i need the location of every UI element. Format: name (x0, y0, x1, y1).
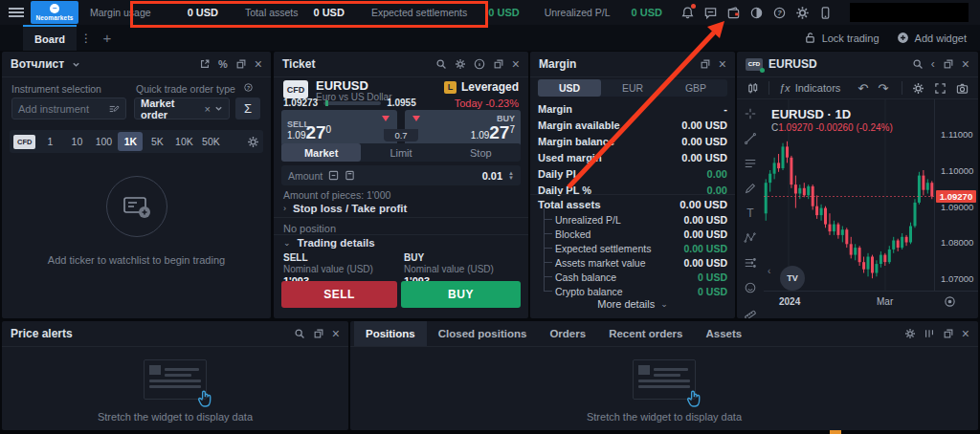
crosshair-tool-icon[interactable] (744, 107, 757, 120)
tab-orders[interactable]: Orders (538, 321, 597, 346)
trading-details-section[interactable]: ⌄Trading details (283, 237, 375, 249)
tab-eur[interactable]: EUR (601, 79, 664, 97)
close-icon[interactable]: × (719, 58, 726, 70)
leveraged-flag: L Leveraged (444, 80, 519, 94)
tab-assets[interactable]: Assets (694, 321, 753, 346)
watchlist-header: Вотчлист % × (2, 52, 271, 76)
add-board-button[interactable]: + (96, 30, 119, 46)
theme-contrast-icon[interactable] (745, 4, 768, 21)
edit-list-icon[interactable] (108, 103, 120, 115)
search-icon[interactable] (912, 58, 924, 70)
measure-tool-icon[interactable] (744, 306, 757, 318)
tab-gbp[interactable]: GBP (664, 79, 727, 97)
scroll-to-realtime-icon[interactable] (944, 295, 956, 308)
quantity-settings-gear-icon[interactable] (247, 136, 259, 148)
tab-limit[interactable]: Limit (361, 143, 440, 162)
notifications-bell-icon[interactable] (676, 4, 699, 21)
settings-gear-icon[interactable] (791, 4, 813, 21)
amount-value[interactable]: 0.01 (482, 170, 502, 182)
gear-icon[interactable] (904, 328, 916, 339)
fullscreen-icon[interactable] (934, 82, 947, 95)
tab-recent-orders[interactable]: Recent orders (597, 321, 694, 346)
close-icon[interactable]: × (512, 58, 520, 70)
cfd-badge: CFD (13, 135, 35, 149)
camera-snapshot-icon[interactable] (956, 82, 969, 95)
maximize-icon[interactable] (313, 328, 324, 339)
maximize-icon[interactable] (943, 328, 954, 339)
percent-icon[interactable]: % (218, 58, 228, 70)
mobile-app-icon[interactable] (813, 4, 836, 21)
sell-quote-box[interactable]: SELL 1.09270 (281, 110, 397, 146)
info-icon[interactable] (474, 58, 485, 70)
gear-icon[interactable] (455, 58, 466, 70)
lines-tool-icon[interactable] (744, 157, 757, 170)
sigma-button[interactable]: Σ (235, 98, 260, 119)
redo-icon[interactable]: ↷ (878, 81, 888, 96)
close-icon[interactable]: × (962, 328, 969, 339)
clear-icon[interactable]: × (205, 103, 211, 115)
board-menu-dots-icon[interactable]: ⋮ (77, 32, 96, 45)
calculator-icon[interactable] (345, 170, 355, 181)
sell-button[interactable]: SELL (281, 281, 397, 308)
maximize-icon[interactable] (235, 58, 247, 70)
order-type-select[interactable]: Market order × (134, 98, 230, 119)
forecast-tool-icon[interactable] (744, 256, 757, 270)
amount-decrease-icon[interactable] (328, 170, 339, 181)
undo-icon[interactable]: ↶ (858, 81, 868, 96)
tab-positions[interactable]: Positions (354, 321, 427, 346)
app-logo[interactable]: ~ Neomarkets (31, 1, 78, 24)
popout-icon[interactable] (199, 58, 211, 70)
brush-tool-icon[interactable] (744, 182, 757, 195)
lock-trading-button[interactable]: Lock trading (804, 32, 880, 44)
close-icon[interactable]: × (255, 58, 262, 70)
qty-100-button[interactable]: 100 (91, 132, 116, 151)
hamburger-menu-icon[interactable] (9, 8, 24, 17)
columns-icon[interactable] (924, 328, 935, 339)
pattern-tool-icon[interactable] (744, 231, 757, 245)
collapse-toolbar-chevron[interactable]: ‹ (768, 266, 770, 276)
qty-10k-button[interactable]: 10K (171, 132, 196, 151)
help-icon[interactable]: ? (768, 4, 791, 21)
chart-quote: C1.09270 -0.00260 (-0.24%) (771, 122, 893, 133)
maximize-icon[interactable] (943, 58, 954, 70)
tab-closed-positions[interactable]: Closed positions (427, 321, 539, 346)
buy-button[interactable]: BUY (401, 281, 521, 308)
buy-quote-box[interactable]: BUY 1.09277 (405, 110, 521, 146)
qty-5k-button[interactable]: 5K (145, 132, 169, 151)
indicators-button[interactable]: ƒxIndicators (779, 82, 840, 94)
tab-stop[interactable]: Stop (441, 143, 521, 162)
amount-stepper[interactable]: ▲▼ (508, 171, 514, 181)
tab-usd[interactable]: USD (538, 79, 601, 97)
maximize-icon[interactable] (700, 58, 711, 70)
candlestick-style-icon[interactable] (746, 82, 759, 95)
add-widget-button[interactable]: Add widget (897, 32, 967, 44)
chevron-down-icon[interactable] (214, 104, 223, 113)
qty-10-button[interactable]: 10 (64, 132, 89, 151)
order-type-help-icon[interactable]: ? (243, 82, 254, 93)
trend-line-tool-icon[interactable] (744, 132, 757, 145)
maximize-icon[interactable] (493, 58, 504, 70)
add-instrument-input[interactable]: Add instrument (11, 98, 126, 119)
tradingview-logo[interactable]: TV (780, 266, 805, 291)
qty-1-button[interactable]: 1 (37, 132, 62, 151)
close-icon[interactable]: × (962, 58, 969, 70)
tab-board[interactable]: Board (23, 25, 77, 51)
close-icon[interactable]: × (332, 328, 340, 339)
chat-icon[interactable] (699, 4, 722, 21)
sl-tp-section[interactable]: ›Stop loss / Take profit (283, 203, 407, 214)
text-tool-icon[interactable]: T (746, 206, 753, 220)
qty-1k-button[interactable]: 1K (118, 132, 143, 151)
chevron-left-icon[interactable]: ‹ (931, 57, 935, 71)
qty-50k-button[interactable]: 50K (198, 132, 223, 151)
search-icon[interactable] (435, 58, 447, 70)
more-details-link[interactable]: More details⌄ (530, 298, 735, 310)
emoji-tool-icon[interactable] (744, 281, 757, 294)
chart-settings-gear-icon[interactable] (912, 82, 924, 95)
leverage-badge: L (444, 81, 457, 94)
margin-usage-label: Margin usage (90, 7, 151, 18)
wallet-icon[interactable] (722, 4, 745, 21)
amount-field[interactable]: Amount 0.01 ▲▼ (281, 165, 521, 185)
tab-market[interactable]: Market (281, 143, 361, 162)
chevron-down-icon[interactable] (72, 60, 80, 69)
search-icon[interactable] (294, 328, 305, 339)
